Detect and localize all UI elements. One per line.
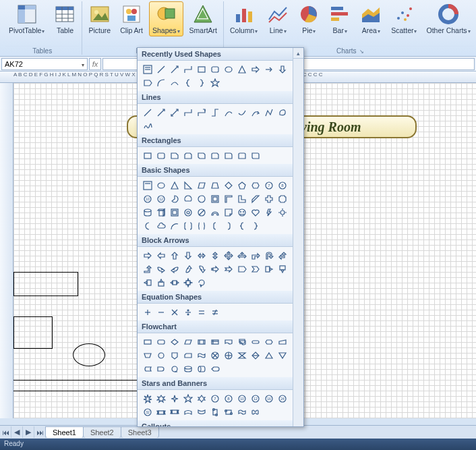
banner-up-ribbon[interactable] [155, 406, 167, 418]
star-10pt[interactable]: 10 [236, 393, 247, 404]
shape-pentagon-arrow[interactable] [142, 77, 153, 88]
block-leftright[interactable] [196, 250, 207, 261]
star-4pt[interactable] [169, 393, 180, 404]
fc-merge[interactable] [276, 349, 288, 361]
shape-rectangle[interactable] [196, 63, 207, 75]
star-32pt[interactable]: 32 [142, 406, 153, 418]
basic-frame[interactable] [209, 193, 220, 204]
name-box-dropdown-icon[interactable] [82, 60, 84, 68]
basic-donut[interactable] [182, 206, 194, 218]
fc-or[interactable] [222, 349, 234, 361]
fc-sum[interactable] [209, 349, 220, 361]
line-straight[interactable] [142, 107, 153, 118]
basic-hexagon[interactable] [249, 179, 261, 191]
basic-right-triangle[interactable] [182, 179, 194, 191]
area-chart-button[interactable]: Area [357, 1, 385, 36]
shape-left-brace[interactable] [182, 77, 194, 88]
block-curved-right[interactable] [155, 263, 167, 275]
fc-tape[interactable] [196, 349, 207, 361]
column-chart-button[interactable]: Column [227, 1, 261, 36]
shape-rounded-rect[interactable] [209, 63, 220, 75]
eq-minus[interactable] [155, 306, 167, 318]
line-curve2[interactable] [236, 107, 247, 118]
block-quad-callout[interactable] [182, 277, 194, 288]
basic-decagon[interactable]: 10 [142, 193, 153, 204]
basic-cube[interactable] [155, 206, 167, 218]
fc-extract[interactable] [263, 349, 274, 361]
block-curved-left[interactable] [169, 263, 180, 275]
block-uturn[interactable] [263, 250, 274, 261]
smartart-button[interactable]: SmartArt [186, 1, 220, 36]
block-curved-down[interactable] [196, 263, 207, 275]
rect-round2[interactable] [236, 150, 247, 161]
fc-delay[interactable] [155, 363, 167, 374]
basic-textbox[interactable] [142, 179, 153, 191]
block-leftright-callout[interactable] [169, 277, 180, 288]
fc-connector[interactable] [155, 349, 167, 361]
line-scribble[interactable] [142, 120, 153, 132]
shape-textbox[interactable] [142, 63, 153, 75]
shape-curve[interactable] [169, 77, 180, 88]
shape-arc[interactable] [155, 77, 167, 88]
eq-plus[interactable] [142, 306, 153, 318]
block-left-callout[interactable] [142, 277, 153, 288]
shape-line[interactable] [155, 63, 167, 75]
rect-snip-diag[interactable] [196, 150, 207, 161]
basic-block-arc[interactable] [209, 206, 220, 218]
rect-round-diag[interactable] [249, 150, 261, 161]
basic-pie[interactable] [169, 193, 180, 204]
shape-star[interactable] [209, 77, 220, 88]
fc-seq-storage[interactable] [169, 363, 180, 374]
shape-oval[interactable] [222, 63, 234, 75]
basic-lightning[interactable] [263, 206, 274, 218]
floorplan-rectangle-1[interactable] [13, 272, 78, 296]
fc-magnetic-disk[interactable] [182, 363, 194, 374]
fc-data[interactable] [182, 336, 194, 347]
block-right[interactable] [142, 250, 153, 261]
banner-curved-down[interactable] [196, 406, 207, 418]
star-5pt[interactable] [182, 393, 194, 404]
eq-not-equal[interactable] [209, 306, 220, 318]
line-curve-arrow[interactable] [249, 107, 261, 118]
basic-arc2[interactable] [169, 220, 180, 231]
line-elbow-arrow[interactable] [196, 107, 207, 118]
star-12pt[interactable]: 12 [249, 393, 261, 404]
shape-arrow-open[interactable] [263, 63, 274, 75]
basic-heart[interactable] [249, 206, 261, 218]
fx-button[interactable]: fx [89, 58, 101, 70]
fc-decision[interactable] [169, 336, 180, 347]
basic-moon[interactable] [142, 220, 153, 231]
basic-sun[interactable] [276, 206, 288, 218]
shape-arrow-line[interactable] [169, 63, 180, 75]
shape-right-arrow[interactable] [249, 63, 261, 75]
basic-pentagon[interactable] [236, 179, 247, 191]
block-down-callout[interactable] [276, 263, 288, 275]
fc-collate[interactable] [236, 349, 247, 361]
basic-plaque[interactable] [276, 193, 288, 204]
block-down[interactable] [182, 250, 194, 261]
rect-plain[interactable] [142, 150, 153, 161]
shape-down-arrow[interactable] [276, 63, 288, 75]
star-16pt[interactable]: 16 [263, 393, 274, 404]
pie-chart-button[interactable]: Pie [295, 1, 323, 36]
line-chart-button[interactable]: Line [264, 1, 292, 36]
fc-terminator[interactable] [249, 336, 261, 347]
star-8pt[interactable]: 8 [222, 393, 234, 404]
line-freeform-closed[interactable] [276, 107, 288, 118]
star-24pt[interactable]: 24 [276, 393, 288, 404]
scatter-chart-button[interactable]: Scatter [388, 1, 420, 36]
banner-curved-up[interactable] [182, 406, 194, 418]
basic-dodecagon[interactable]: 12 [155, 193, 167, 204]
basic-chord[interactable] [182, 193, 194, 204]
basic-smiley[interactable] [236, 206, 247, 218]
banner-down-ribbon[interactable] [169, 406, 180, 418]
picture-button[interactable]: Picture [85, 1, 114, 36]
star-explosion1[interactable] [142, 393, 153, 404]
sheet-nav-first[interactable]: ⏮ [0, 426, 11, 438]
basic-cross[interactable] [263, 193, 274, 204]
fc-internal[interactable] [209, 336, 220, 347]
fc-multidoc[interactable] [236, 336, 247, 347]
name-box[interactable]: AK72 [1, 58, 88, 70]
floorplan-line-2[interactable] [13, 391, 145, 391]
fc-preparation[interactable] [263, 336, 274, 347]
